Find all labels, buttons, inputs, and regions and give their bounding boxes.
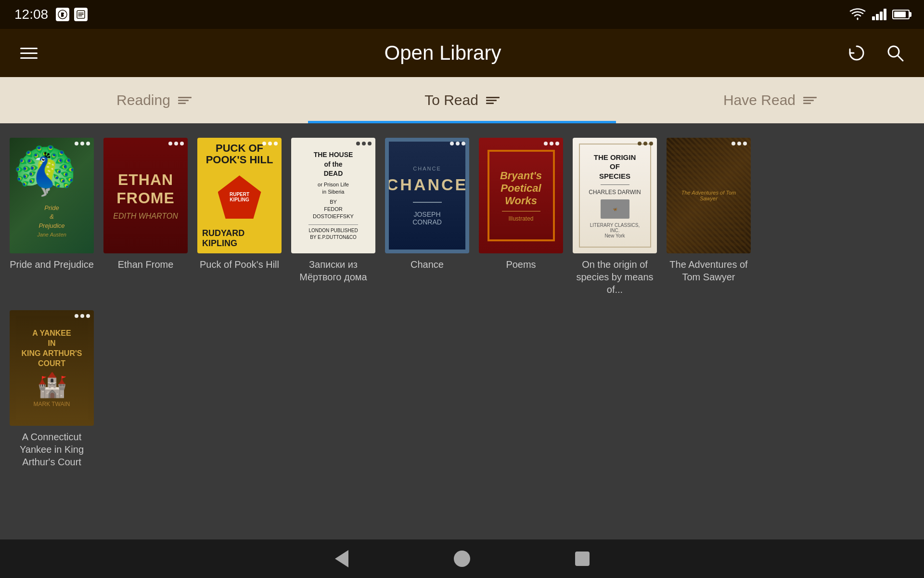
hamburger-icon (20, 48, 38, 59)
book-menu-zapiski[interactable] (356, 142, 372, 145)
recents-button[interactable] (570, 547, 594, 571)
tab-have-read-label: Have Read (723, 92, 796, 108)
battery-icon (892, 10, 910, 19)
sort-have-read-icon (803, 97, 817, 104)
book-cover-puck: PUCK OFPOOK'S HILL RUPERTKIPLING RUDYARD… (197, 138, 282, 253)
book-cover-origin: THE ORIGINOFSPECIES CHARLES DARWIN 🦋 LIT… (573, 138, 657, 253)
home-button[interactable] (450, 547, 474, 571)
books-row-2: A YANKEEINKING ARTHUR'S COURT 🏰 MARK TWA… (10, 310, 914, 468)
book-menu-poems[interactable] (544, 142, 559, 145)
home-icon (454, 551, 470, 567)
book-zapiski[interactable]: THE HOUSEof theDEAD or Prison Lifein Sib… (291, 138, 375, 296)
book-menu-origin[interactable] (638, 142, 653, 145)
book-tom-sawyer[interactable]: The Adventures of Tom Sawyer The Adventu… (667, 138, 751, 296)
book-title-ethan: Ethan Frome (118, 258, 174, 271)
search-button[interactable] (881, 39, 910, 67)
book-puck[interactable]: PUCK OFPOOK'S HILL RUPERTKIPLING RUDYARD… (197, 138, 282, 296)
refresh-icon (846, 42, 867, 64)
book-origin[interactable]: THE ORIGINOFSPECIES CHARLES DARWIN 🦋 LIT… (573, 138, 657, 296)
book-title-zapiski: Записки из Мёртвого дома (291, 258, 375, 283)
back-button[interactable] (330, 547, 354, 571)
book-ethan-frome[interactable]: ETHANFROME EDITH WHARTON Ethan Frome (103, 138, 188, 296)
book-chance[interactable]: CHANCE CHANCE JOSEPHCONRAD Chance (385, 138, 469, 296)
book-pride-and-prejudice[interactable]: 🦚 Pride&PrejudiceJane Austen Pride and P… (10, 138, 94, 296)
signal-icon (872, 9, 886, 20)
book-cover-yankee: A YANKEEINKING ARTHUR'S COURT 🏰 MARK TWA… (10, 310, 94, 426)
status-icon-p (56, 8, 69, 21)
book-menu-puck[interactable] (262, 142, 278, 145)
book-title-chance: Chance (411, 258, 444, 271)
book-cover-pride: 🦚 Pride&PrejudiceJane Austen (10, 138, 94, 253)
svg-line-3 (898, 55, 903, 61)
tab-active-indicator (308, 121, 616, 123)
book-title-yankee: A Connecticut Yankee in King Arthur's Co… (10, 431, 94, 468)
status-bar: 12:08 (0, 0, 924, 29)
book-cover-zapiski: THE HOUSEof theDEAD or Prison Lifein Sib… (291, 138, 375, 253)
search-icon (885, 42, 906, 64)
sort-reading-icon (178, 97, 192, 104)
back-icon (335, 550, 348, 567)
book-menu-ethan[interactable] (168, 142, 184, 145)
book-cover-poems: Bryant'sPoeticalWorks Illustrated (479, 138, 563, 253)
app-title: Open Library (43, 41, 842, 65)
tab-reading-label: Reading (116, 92, 170, 108)
book-connecticut-yankee[interactable]: A YANKEEINKING ARTHUR'S COURT 🏰 MARK TWA… (10, 310, 94, 468)
book-poems[interactable]: Bryant'sPoeticalWorks Illustrated Poems (479, 138, 563, 296)
book-cover-tom: The Adventures of Tom Sawyer (667, 138, 751, 253)
recents-icon (575, 552, 590, 566)
tab-reading[interactable]: Reading (0, 77, 308, 123)
book-menu-pride[interactable] (75, 142, 90, 145)
book-title-puck: Puck of Pook's Hill (200, 258, 279, 271)
book-menu-yankee[interactable] (75, 314, 90, 318)
status-time: 12:08 (14, 7, 48, 22)
sort-to-read-icon (486, 97, 500, 104)
book-menu-tom[interactable] (732, 142, 747, 145)
refresh-button[interactable] (842, 39, 871, 67)
tab-bar: Reading To Read Have Read (0, 77, 924, 123)
books-row-1: 🦚 Pride&PrejudiceJane Austen Pride and P… (10, 138, 914, 296)
book-cover-ethan: ETHANFROME EDITH WHARTON (103, 138, 188, 253)
status-right-icons (849, 8, 910, 21)
tab-have-read[interactable]: Have Read (616, 77, 924, 123)
book-cover-chance: CHANCE CHANCE JOSEPHCONRAD (385, 138, 469, 253)
book-title-pride: Pride and Prejudice (10, 258, 94, 271)
tab-to-read-label: To Read (424, 92, 478, 108)
app-bar: Open Library (0, 29, 924, 77)
wifi-icon (849, 8, 866, 21)
menu-button[interactable] (14, 39, 43, 67)
book-menu-chance[interactable] (450, 142, 465, 145)
tab-to-read[interactable]: To Read (308, 77, 616, 123)
book-title-origin: On the origin of species by means of... (573, 258, 657, 296)
bottom-nav-bar (0, 539, 924, 578)
book-title-tom: The Adventures of Tom Sawyer (667, 258, 751, 283)
book-title-poems: Poems (506, 258, 536, 271)
books-grid: 🦚 Pride&PrejudiceJane Austen Pride and P… (0, 123, 924, 539)
status-icon-s (74, 8, 88, 21)
